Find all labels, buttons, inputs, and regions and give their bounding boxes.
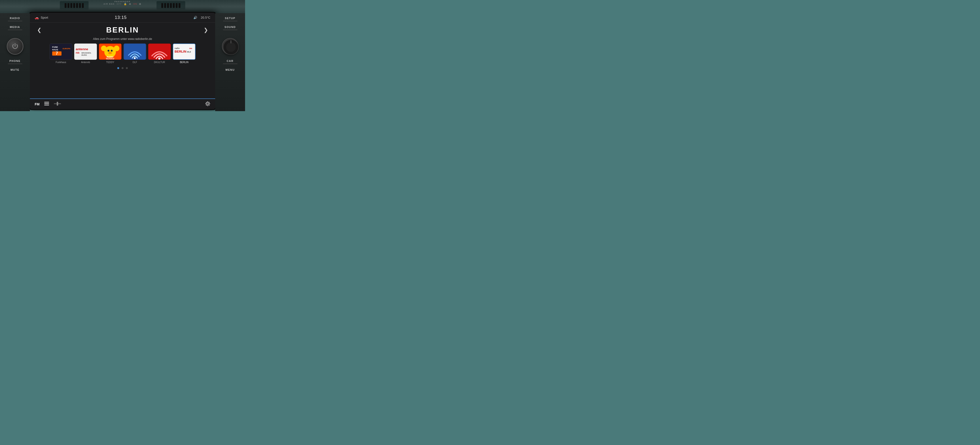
teddy-label: TEDDY [106, 61, 115, 63]
pagination-dot-3 [126, 67, 128, 69]
svg-text:BRANDEN-: BRANDEN- [82, 52, 92, 54]
svg-rect-31 [44, 105, 49, 105]
left-panel: RADIO MEDIA PHONE MUTE [0, 13, 30, 111]
mute-button[interactable]: MUTE [11, 68, 19, 71]
volume-knob[interactable] [222, 38, 239, 55]
radio-divider [8, 21, 22, 21]
radio-button[interactable]: RADIO [10, 17, 20, 20]
svg-point-21 [134, 57, 136, 59]
dlf-logo [124, 43, 146, 60]
svg-text:88,8: 88,8 [187, 51, 191, 53]
svg-rect-33 [57, 102, 58, 106]
dlf-label: DLF [132, 61, 137, 63]
settings-icon[interactable] [205, 101, 210, 107]
svg-point-15 [107, 50, 109, 52]
svg-point-37 [205, 103, 206, 104]
station-dlf[interactable]: DLF [124, 43, 146, 63]
svg-point-41 [209, 102, 210, 103]
infotainment-screen: 🚗 Sport 13:15 🔊 20.5°C ❮ BERLIN ❯ Alles … [30, 13, 215, 109]
station-funkhaus[interactable]: FUNK HAUS 7 EUROPA Funkhaus [49, 43, 72, 63]
next-station-button[interactable]: ❯ [201, 26, 210, 35]
svg-text:rbb: rbb [189, 48, 192, 49]
clock: 13:15 [115, 15, 127, 20]
phone-divider [8, 63, 22, 64]
media-button[interactable]: MEDIA [10, 25, 20, 29]
svg-rect-30 [44, 103, 49, 104]
berlin-label: BERLIN [180, 61, 188, 63]
phone-button[interactable]: PHONE [10, 60, 21, 62]
screen-header: 🚗 Sport 13:15 🔊 20.5°C [30, 13, 215, 23]
current-station-name: BERLIN [106, 25, 139, 35]
svg-rect-29 [44, 102, 49, 103]
dashboard-top: PASSENGER AIR BAG OFF 🔒 ⊕ ON ⊗ [0, 0, 245, 13]
tuner-icon[interactable] [54, 102, 61, 106]
list-view-icon[interactable] [44, 102, 49, 106]
airbag-label: PASSENGER AIR BAG OFF 🔒 ⊕ ON ⊗ [103, 0, 142, 5]
svg-text:BURG: BURG [82, 54, 87, 56]
drive-mode-label: Sport [41, 16, 48, 19]
right-vent [156, 1, 185, 10]
svg-point-39 [206, 102, 207, 103]
antenne-logo: antenne rbb BRANDEN- BURG [74, 43, 97, 60]
svg-point-42 [206, 105, 207, 105]
pagination-dot-2 [122, 67, 124, 69]
svg-point-40 [209, 105, 210, 105]
station-teddy[interactable]: RADIO TEDDY TEDDY [99, 43, 122, 63]
svg-point-34 [207, 103, 209, 105]
svg-point-44 [226, 42, 236, 52]
temperature-label: 20.5°C [201, 16, 210, 19]
svg-text:BERLIN: BERLIN [175, 50, 186, 53]
svg-text:TEDDY: TEDDY [106, 58, 115, 60]
station-dkultur[interactable]: DKULTUR [148, 43, 171, 63]
fm-label[interactable]: FM [35, 102, 40, 106]
station-subtitle: Alles zum Programm unter www.radioberlin… [93, 37, 152, 41]
funkhaus-logo: FUNK HAUS 7 EUROPA [49, 43, 72, 60]
svg-point-36 [207, 105, 208, 106]
svg-text:antenne: antenne [76, 48, 88, 51]
dkultur-logo [148, 43, 171, 60]
prev-station-button[interactable]: ❮ [35, 26, 44, 35]
left-vent [60, 1, 89, 10]
svg-text:rbb: rbb [76, 51, 80, 54]
screen-bottom-bar: FM [30, 98, 215, 109]
volume-icon: 🔊 [193, 16, 197, 19]
antenne-label: Antennb [81, 61, 90, 63]
svg-point-16 [111, 50, 113, 52]
svg-point-17 [108, 52, 112, 54]
svg-point-35 [207, 101, 208, 102]
svg-text:HAUS: HAUS [52, 49, 58, 51]
screen-main: ❮ BERLIN ❯ Alles zum Programm unter www.… [30, 23, 215, 98]
right-panel: SETUP SOUND CAR MENU [215, 13, 245, 111]
setup-divider [223, 21, 237, 21]
berlin-logo: radio BERLIN rbb 88,8 [173, 43, 196, 60]
dkultur-label: DKULTUR [154, 61, 165, 63]
station-nav-row: ❮ BERLIN ❯ [30, 23, 215, 37]
svg-text:FUNK: FUNK [52, 46, 58, 48]
pagination-dot-1 [117, 67, 119, 69]
svg-text:EUROPA: EUROPA [63, 48, 71, 50]
header-right: 🔊 20.5°C [193, 16, 210, 19]
svg-text:radio: radio [175, 47, 180, 49]
sound-divider [223, 30, 237, 30]
teddy-logo: RADIO TEDDY [99, 43, 122, 60]
svg-point-38 [209, 103, 210, 104]
car-divider [223, 63, 237, 64]
svg-text:7: 7 [56, 51, 58, 56]
stations-grid: FUNK HAUS 7 EUROPA Funkhaus [30, 43, 215, 63]
setup-button[interactable]: SETUP [225, 17, 235, 20]
car-button[interactable]: CAR [227, 60, 233, 62]
station-antenne[interactable]: antenne rbb BRANDEN- BURG Antennb [74, 43, 97, 63]
media-divider [8, 30, 22, 30]
car-interior: PASSENGER AIR BAG OFF 🔒 ⊕ ON ⊗ [0, 0, 245, 111]
header-left: 🚗 Sport [35, 16, 48, 20]
pagination [117, 67, 128, 69]
menu-button[interactable]: MENU [226, 68, 234, 71]
bottom-left-controls: FM [35, 102, 61, 106]
power-button[interactable] [7, 38, 24, 55]
station-berlin[interactable]: radio BERLIN rbb 88,8 BERLIN [173, 43, 196, 63]
car-mode-icon: 🚗 [35, 16, 39, 20]
sound-button[interactable]: SOUND [224, 25, 236, 29]
funkhaus-label: Funkhaus [56, 61, 66, 63]
